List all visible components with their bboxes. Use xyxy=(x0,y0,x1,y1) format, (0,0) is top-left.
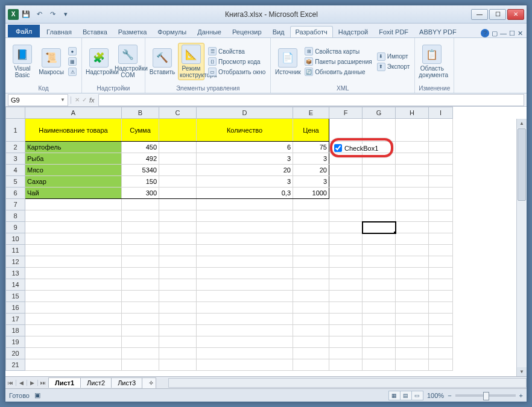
cancel-formula-icon[interactable]: ✕ xyxy=(75,96,80,103)
visual-basic-button[interactable]: 📘Visual Basic xyxy=(9,45,36,78)
tab-home[interactable]: Главная xyxy=(41,26,77,37)
view-pagebreak-button[interactable]: ▭ xyxy=(411,391,423,400)
row-header[interactable]: 5 xyxy=(6,176,25,188)
row-header[interactable]: 20 xyxy=(6,348,25,359)
cell[interactable]: 20 xyxy=(197,165,293,176)
cell[interactable] xyxy=(329,165,363,176)
cell[interactable] xyxy=(25,199,122,210)
row-header[interactable]: 17 xyxy=(6,314,25,325)
cell[interactable] xyxy=(329,176,363,188)
col-header-C[interactable]: C xyxy=(159,107,197,119)
col-header-F[interactable]: F xyxy=(329,107,363,119)
row-header[interactable]: 11 xyxy=(6,245,25,256)
tab-abbyy[interactable]: ABBYY PDF xyxy=(414,26,462,37)
row-header[interactable]: 15 xyxy=(6,291,25,302)
tab-review[interactable]: Рецензир xyxy=(227,26,267,37)
undo-button[interactable]: ↶ xyxy=(33,8,45,21)
cell[interactable] xyxy=(363,119,396,142)
view-layout-button[interactable]: ▤ xyxy=(400,391,412,400)
cell[interactable] xyxy=(159,176,197,188)
row-header[interactable]: 19 xyxy=(6,336,25,348)
cell[interactable] xyxy=(159,153,197,165)
insert-control-button[interactable]: 🔨Вставить xyxy=(149,48,176,75)
cell[interactable] xyxy=(329,119,363,142)
row-header[interactable]: 6 xyxy=(6,188,25,199)
tab-insert[interactable]: Вставка xyxy=(77,26,113,37)
com-addins-button[interactable]: 🔧Надстройки COM xyxy=(115,45,141,78)
cell[interactable]: Сахар xyxy=(25,176,122,188)
tab-file[interactable]: Файл xyxy=(8,25,40,37)
tab-formulas[interactable]: Формулы xyxy=(152,26,192,37)
checkbox-input[interactable] xyxy=(334,144,342,152)
sheet-tab[interactable]: Лист2 xyxy=(80,377,112,388)
cell[interactable] xyxy=(363,153,396,165)
cell[interactable] xyxy=(159,119,197,142)
tab-layout[interactable]: Разметка xyxy=(113,26,153,37)
new-sheet-button[interactable]: ✧ xyxy=(142,377,156,388)
macro-security-button[interactable]: ⚠ xyxy=(67,67,78,77)
active-cell[interactable] xyxy=(363,222,396,233)
vertical-scrollbar[interactable]: ▲ ▼ xyxy=(516,119,527,376)
cell[interactable] xyxy=(159,142,197,153)
view-normal-button[interactable]: ▦ xyxy=(388,391,401,400)
row-header[interactable]: 3 xyxy=(6,153,25,165)
spreadsheet-grid[interactable]: A B C D E F G H I 1 Наименование товара xyxy=(5,107,453,371)
name-box[interactable]: G9▼ xyxy=(8,94,68,106)
tab-nav-next[interactable]: ▶ xyxy=(27,380,38,386)
zoom-level[interactable]: 100% xyxy=(427,392,444,399)
view-code-button[interactable]: ⟨⟩Просмотр кода xyxy=(207,57,267,66)
row-header[interactable]: 7 xyxy=(6,199,25,210)
horizontal-scrollbar[interactable] xyxy=(168,378,527,388)
cell[interactable]: Цена xyxy=(293,119,329,142)
cell[interactable]: Картофель xyxy=(25,142,122,153)
cell[interactable]: 150 xyxy=(122,176,159,188)
tab-developer[interactable]: Разработч xyxy=(290,26,333,37)
col-header-E[interactable]: E xyxy=(293,107,329,119)
row-header[interactable]: 1 xyxy=(6,119,25,142)
xml-import-button[interactable]: ⬇Импорт xyxy=(376,52,411,62)
tab-nav-last[interactable]: ⏭ xyxy=(38,380,49,386)
select-all-corner[interactable] xyxy=(6,107,25,119)
tab-nav-first[interactable]: ⏮ xyxy=(5,380,16,386)
run-dialog-button[interactable]: ▭Отобразить окно xyxy=(207,67,267,77)
cell[interactable]: Наименование товара xyxy=(25,119,122,142)
save-button[interactable]: 💾 xyxy=(20,8,32,21)
cell[interactable]: Сумма xyxy=(122,119,159,142)
row-header[interactable]: 4 xyxy=(6,165,25,176)
cell[interactable] xyxy=(429,153,453,165)
macros-button[interactable]: 📜Макросы xyxy=(38,48,65,75)
minimize-button[interactable]: — xyxy=(471,9,488,20)
cell[interactable] xyxy=(396,188,429,199)
tab-foxit[interactable]: Foxit PDF xyxy=(373,26,414,37)
cell[interactable]: 492 xyxy=(122,153,159,165)
help-icon[interactable]: ? xyxy=(481,29,489,37)
xml-export-button[interactable]: ⬆Экспорт xyxy=(376,62,411,72)
cell[interactable]: 3 xyxy=(197,176,293,188)
tab-nav-prev[interactable]: ◀ xyxy=(16,380,27,386)
zoom-out-button[interactable]: − xyxy=(448,392,451,399)
row-header[interactable]: 13 xyxy=(6,268,25,279)
formula-input[interactable] xyxy=(98,94,524,106)
document-panel-button[interactable]: 📋Область документа xyxy=(419,45,445,78)
col-header-A[interactable]: A xyxy=(25,107,122,119)
doc-close-icon[interactable]: ✕ xyxy=(518,30,523,37)
properties-button[interactable]: ☰Свойства xyxy=(207,46,267,56)
cell[interactable] xyxy=(396,176,429,188)
row-header[interactable]: 14 xyxy=(6,279,25,291)
row-header[interactable]: 18 xyxy=(6,325,25,336)
cell[interactable] xyxy=(363,165,396,176)
cell[interactable] xyxy=(429,165,453,176)
cell[interactable]: Мясо xyxy=(25,165,122,176)
cell[interactable] xyxy=(429,142,453,153)
cell[interactable] xyxy=(159,188,197,199)
macro-record-icon[interactable]: ▣ xyxy=(34,391,40,399)
cell[interactable] xyxy=(396,119,429,142)
col-header-I[interactable]: I xyxy=(429,107,453,119)
row-header[interactable]: 8 xyxy=(6,210,25,222)
cell[interactable]: Рыба xyxy=(25,153,122,165)
row-header[interactable]: 2 xyxy=(6,142,25,153)
qat-customize-icon[interactable]: ▾ xyxy=(60,8,72,21)
cell[interactable] xyxy=(429,188,453,199)
cell[interactable] xyxy=(329,153,363,165)
cell[interactable]: 5340 xyxy=(122,165,159,176)
